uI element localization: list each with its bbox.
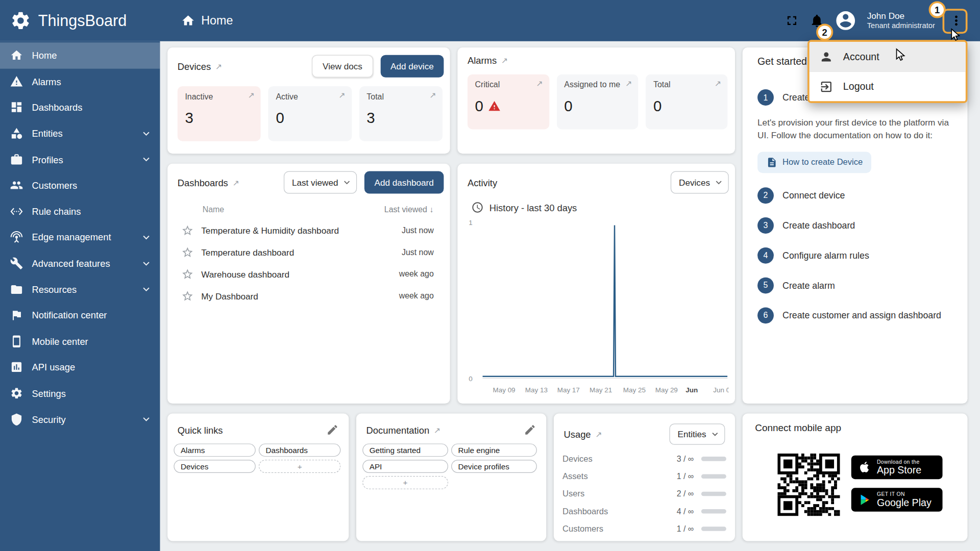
mouse-cursor <box>893 47 908 62</box>
sidebar-item-resources[interactable]: Resources <box>0 277 160 303</box>
usage-progress-bar <box>701 456 726 461</box>
doc-link-device-profiles[interactable]: Device profiles <box>451 460 537 473</box>
thingsboard-logo-icon <box>10 10 32 32</box>
menu-item-logout[interactable]: Logout <box>810 72 966 102</box>
step-configure-alarm-rules[interactable]: 4Configure alarm rules <box>757 240 952 270</box>
sidebar-item-api-usage[interactable]: API usage <box>0 354 160 380</box>
sidebar-item-rule-chains[interactable]: Rule chains <box>0 198 160 224</box>
step-create-customer[interactable]: 6Create customer and assign dashboard <box>757 300 952 330</box>
fullscreen-icon[interactable] <box>785 13 799 28</box>
step-create-alarm[interactable]: 5Create alarm <box>757 270 952 300</box>
star-outline-icon[interactable] <box>181 290 193 302</box>
usage-progress-bar <box>701 491 726 496</box>
devices-active-stat[interactable]: Active ↗ 0 <box>268 86 352 141</box>
brand-logo-link[interactable]: ThingsBoard <box>0 10 160 32</box>
dashboards-filter-select[interactable]: Last viewed <box>284 171 357 194</box>
view-docs-button[interactable]: View docs <box>312 55 373 78</box>
add-dashboard-button[interactable]: Add dashboard <box>364 171 444 194</box>
dashboards-card: Dashboards↗ Last viewed Add dashboard Na… <box>167 164 450 404</box>
usage-entity-select[interactable]: Entities <box>670 423 725 445</box>
sidebar-item-notification-center[interactable]: Notification center <box>0 303 160 329</box>
sidebar-item-customers[interactable]: Customers <box>0 172 160 198</box>
entities-icon <box>10 127 23 140</box>
external-link-icon[interactable]: ↗ <box>501 56 508 65</box>
chevron-down-icon <box>140 283 152 295</box>
dashboards-card-title: Dashboards↗ <box>178 177 239 188</box>
activity-series-line <box>482 225 727 376</box>
star-outline-icon[interactable] <box>181 246 193 258</box>
dashboard-row[interactable]: My Dashboard week ago <box>167 285 450 307</box>
sidebar-item-profiles[interactable]: Profiles <box>0 146 160 172</box>
star-outline-icon[interactable] <box>181 224 193 236</box>
star-outline-icon[interactable] <box>181 268 193 280</box>
chevron-down-icon <box>140 231 152 243</box>
sidebar-item-advanced-features[interactable]: Advanced features <box>0 251 160 277</box>
external-link-icon: ↗ <box>338 91 345 100</box>
page-title: Home <box>181 14 233 28</box>
menu-item-account[interactable]: Account <box>810 42 966 71</box>
flag-icon <box>10 309 23 322</box>
add-quick-link-chip[interactable]: + <box>259 460 340 473</box>
top-bar: ThingsBoard Home John Doe Tenant adminis… <box>0 0 980 41</box>
add-device-button[interactable]: Add device <box>380 55 444 78</box>
sidebar-nav: Home Alarms Dashboards Entities Profiles… <box>0 41 160 551</box>
devices-total-stat[interactable]: Total ↗ 3 <box>359 86 443 141</box>
devices-inactive-stat[interactable]: Inactive ↗ 3 <box>178 86 261 141</box>
alarms-assigned-stat[interactable]: Assigned to me ↗ 0 <box>557 74 639 130</box>
alarms-total-stat[interactable]: Total ↗ 0 <box>646 74 727 130</box>
external-link-icon[interactable]: ↗ <box>434 425 440 434</box>
external-link-icon: ↗ <box>715 79 721 88</box>
activity-plot-area <box>482 223 727 379</box>
alarms-critical-stat[interactable]: Critical ↗ 0 <box>468 74 549 130</box>
step-connect-device[interactable]: 2Connect device <box>757 180 952 210</box>
sidebar-item-dashboards[interactable]: Dashboards <box>0 94 160 120</box>
external-link-icon[interactable]: ↗ <box>595 430 602 439</box>
dashboard-row[interactable]: Warehouse dashboard week ago <box>167 263 450 285</box>
doc-link-rule-engine[interactable]: Rule engine <box>451 443 537 457</box>
history-clock-icon <box>471 201 483 213</box>
edit-pencil-icon[interactable] <box>524 423 536 436</box>
sidebar-item-mobile-center[interactable]: Mobile center <box>0 329 160 355</box>
usage-row-dashboards: Dashboards4 / ∞ <box>554 502 735 519</box>
edit-pencil-icon[interactable] <box>326 423 338 436</box>
usage-row-customers: Customers1 / ∞ <box>554 520 735 537</box>
quick-link-dashboards[interactable]: Dashboards <box>259 443 340 457</box>
chevron-down-icon <box>713 177 724 188</box>
sidebar-item-alarms[interactable]: Alarms <box>0 68 160 94</box>
annotation-badge-1: 1 <box>929 1 946 18</box>
app-store-badge[interactable]: Download on the App Store <box>851 456 943 480</box>
column-last-viewed-sort[interactable]: Last viewed↓ <box>384 205 434 214</box>
google-play-badge[interactable]: GET IT ON Google Play <box>851 488 943 512</box>
user-avatar[interactable] <box>835 9 857 32</box>
document-icon <box>766 157 777 168</box>
quick-link-devices[interactable]: Devices <box>174 460 255 473</box>
annotation-badge-2: 2 <box>816 24 833 41</box>
user-info: John Doe Tenant administrator <box>867 10 935 31</box>
add-doc-link-chip[interactable]: + <box>362 476 448 489</box>
activity-entity-select[interactable]: Devices <box>671 171 729 194</box>
external-link-icon: ↗ <box>536 79 543 88</box>
usage-progress-bar <box>701 509 726 513</box>
chevron-down-icon <box>341 177 353 188</box>
dashboard-row[interactable]: Temperature dashboard Just now <box>167 241 450 263</box>
external-link-icon[interactable]: ↗ <box>232 178 239 187</box>
sidebar-item-security[interactable]: Security <box>0 406 160 432</box>
usage-row-devices: Devices3 / ∞ <box>554 450 735 467</box>
quick-link-alarms[interactable]: Alarms <box>174 443 255 457</box>
dashboard-row[interactable]: Temperature & Humidity dashboard Just no… <box>167 219 450 241</box>
sidebar-item-settings[interactable]: Settings <box>0 380 160 406</box>
sidebar-item-home[interactable]: Home <box>0 42 160 68</box>
how-to-create-device-button[interactable]: How to create Device <box>757 152 871 173</box>
doc-link-getting-started[interactable]: Getting started <box>362 443 448 457</box>
sidebar-item-edge-management[interactable]: Edge management <box>0 224 160 251</box>
external-link-icon[interactable]: ↗ <box>215 62 222 71</box>
home-icon <box>10 49 23 62</box>
devices-card-title: Devices↗ <box>178 61 222 71</box>
qr-code <box>777 454 840 516</box>
step-create-dashboard[interactable]: 3Create dashboard <box>757 210 952 240</box>
doc-link-api[interactable]: API <box>362 460 448 473</box>
sidebar-item-entities[interactable]: Entities <box>0 120 160 146</box>
quick-links-title: Quick links <box>178 424 223 435</box>
column-name[interactable]: Name <box>203 205 224 214</box>
profiles-icon <box>10 153 23 166</box>
